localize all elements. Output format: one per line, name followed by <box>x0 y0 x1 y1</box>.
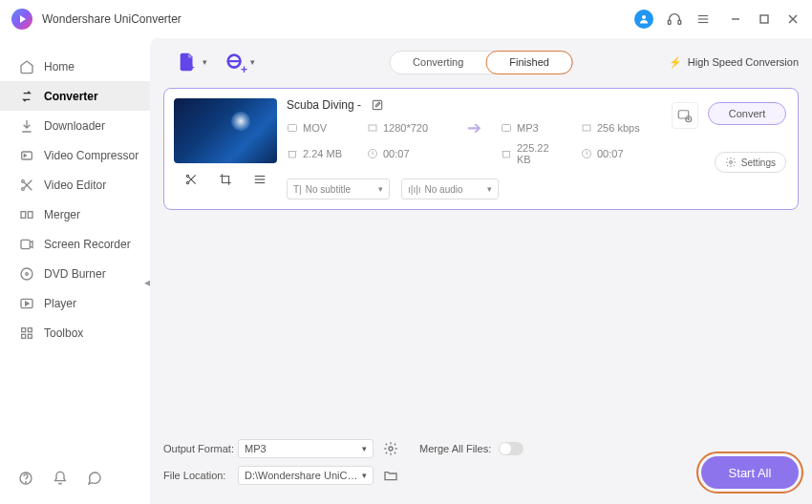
high-speed-toggle[interactable]: ⚡ High Speed Conversion <box>669 56 799 69</box>
main-panel: + ▾ + ▾ Converting Finished ⚡ High Speed… <box>150 38 812 504</box>
app-title: Wondershare UniConverter <box>42 12 182 26</box>
svg-rect-38 <box>369 125 376 131</box>
svg-rect-22 <box>28 327 32 331</box>
titlebar: Wondershare UniConverter <box>0 0 812 38</box>
edit-title-button[interactable] <box>371 98 384 112</box>
settings-button[interactable]: Settings <box>715 152 786 173</box>
player-icon <box>19 296 34 311</box>
sidebar-item-recorder[interactable]: Screen Recorder <box>0 229 150 259</box>
sidebar-item-editor[interactable]: Video Editor <box>0 170 150 200</box>
sidebar-item-home[interactable]: Home <box>0 52 150 81</box>
sidebar-item-label: Player <box>44 297 76 310</box>
svg-point-46 <box>389 447 393 451</box>
sidebar-item-label: Screen Recorder <box>44 238 131 251</box>
bolt-icon: ⚡ <box>669 56 682 69</box>
file-card[interactable]: Scuba Diving - MOV 1280*720 ➔ MP3 256 kb… <box>163 88 799 210</box>
svg-rect-15 <box>21 211 26 218</box>
svg-point-26 <box>26 482 27 483</box>
sidebar: Home Converter Downloader Video Compress… <box>0 38 150 504</box>
svg-point-12 <box>22 187 25 190</box>
sidebar-item-label: Video Editor <box>44 178 106 192</box>
minimize-button[interactable] <box>728 11 743 27</box>
close-button[interactable] <box>785 11 801 27</box>
source-resolution: 1280*720 <box>383 122 428 134</box>
output-format-select[interactable]: MP3▾ <box>238 439 374 458</box>
video-thumbnail[interactable] <box>174 98 277 163</box>
svg-rect-24 <box>28 334 32 338</box>
arrow-right-icon: ➔ <box>467 117 481 138</box>
maximize-button[interactable] <box>757 11 772 27</box>
svg-point-18 <box>21 268 32 280</box>
compressor-icon <box>19 148 34 163</box>
headset-icon[interactable] <box>667 11 682 27</box>
svg-rect-23 <box>22 334 26 338</box>
dvd-icon <box>19 266 34 282</box>
sidebar-item-label: Merger <box>44 208 80 221</box>
merger-icon <box>19 207 34 222</box>
menu-icon[interactable] <box>695 11 711 27</box>
output-format-settings-icon[interactable] <box>383 441 398 456</box>
svg-text:+: + <box>189 62 195 73</box>
sidebar-item-merger[interactable]: Merger <box>0 200 150 229</box>
merge-label: Merge All Files: <box>419 443 491 454</box>
file-location-label: File Location: <box>163 470 238 481</box>
svg-rect-16 <box>28 211 32 218</box>
sidebar-item-label: DVD Burner <box>44 267 106 281</box>
sidebar-item-converter[interactable]: Converter <box>0 81 150 111</box>
converter-icon <box>19 89 34 104</box>
start-all-button[interactable]: Start All <box>701 456 799 489</box>
svg-rect-40 <box>583 125 590 131</box>
svg-rect-37 <box>288 125 297 132</box>
audio-select[interactable]: ı|ı|ıNo audio▾ <box>401 178 499 200</box>
trim-button[interactable] <box>184 173 198 186</box>
tab-segment: Converting Finished <box>389 51 573 74</box>
target-duration: 00:07 <box>597 148 624 159</box>
sidebar-item-player[interactable]: Player <box>0 288 150 318</box>
convert-button[interactable]: Convert <box>708 102 786 125</box>
recorder-icon <box>19 237 34 252</box>
help-icon[interactable] <box>17 470 34 487</box>
toolbar: + ▾ + ▾ Converting Finished ⚡ High Speed… <box>163 50 799 74</box>
svg-rect-2 <box>678 20 681 24</box>
target-bitrate: 256 kbps <box>597 122 640 134</box>
source-size: 2.24 MB <box>303 148 342 159</box>
more-button[interactable] <box>253 173 267 186</box>
svg-rect-7 <box>760 15 768 23</box>
merge-toggle[interactable] <box>499 442 524 455</box>
crop-button[interactable] <box>219 173 232 186</box>
sidebar-item-label: Downloader <box>44 119 105 133</box>
svg-point-11 <box>22 179 25 182</box>
sidebar-item-toolbox[interactable]: Toolbox <box>0 318 150 347</box>
sidebar-item-label: Converter <box>44 90 98 103</box>
subtitle-select[interactable]: T|No subtitle▾ <box>287 178 390 200</box>
svg-point-0 <box>642 15 646 19</box>
open-folder-icon[interactable] <box>383 468 398 483</box>
bell-icon[interactable] <box>52 470 69 487</box>
sidebar-item-label: Home <box>44 60 75 74</box>
sidebar-item-compressor[interactable]: Video Compressor <box>0 140 150 170</box>
svg-rect-17 <box>21 240 30 248</box>
sidebar-item-label: Toolbox <box>44 326 83 340</box>
svg-point-29 <box>186 175 188 177</box>
sidebar-item-dvd[interactable]: DVD Burner <box>0 259 150 288</box>
feedback-icon[interactable] <box>86 470 103 487</box>
svg-point-19 <box>26 272 29 275</box>
source-format: MOV <box>303 122 327 134</box>
svg-point-30 <box>186 181 188 183</box>
user-avatar[interactable] <box>634 10 653 29</box>
tab-converting[interactable]: Converting <box>390 52 486 74</box>
output-settings-button[interactable] <box>672 102 698 129</box>
tab-finished[interactable]: Finished <box>485 51 573 74</box>
scissors-icon <box>19 178 34 193</box>
svg-rect-1 <box>668 20 671 24</box>
chevron-down-icon: ▾ <box>203 57 207 67</box>
download-icon <box>19 118 34 134</box>
file-location-select[interactable]: D:\Wondershare UniConverter▾ <box>238 466 374 485</box>
sidebar-item-downloader[interactable]: Downloader <box>0 111 150 140</box>
add-url-button[interactable]: + ▾ <box>223 50 247 74</box>
source-duration: 00:07 <box>383 148 410 159</box>
add-file-button[interactable]: + ▾ <box>175 50 200 74</box>
output-format-label: Output Format: <box>163 443 238 454</box>
home-icon <box>19 59 34 74</box>
target-size: 225.22 KB <box>517 142 566 165</box>
